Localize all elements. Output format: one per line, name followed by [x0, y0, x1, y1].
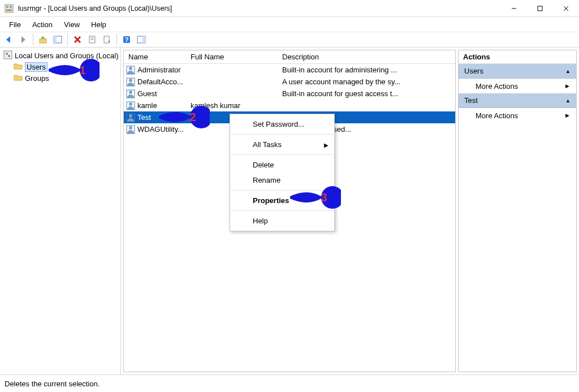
svg-rect-13 — [54, 36, 57, 43]
collapse-icon: ▲ — [565, 98, 571, 104]
status-text: Deletes the current selection. — [5, 380, 100, 388]
svg-rect-19 — [104, 36, 109, 43]
user-icon — [126, 89, 135, 98]
export-list-button[interactable] — [101, 33, 113, 46]
collapse-icon: ▲ — [565, 68, 571, 74]
user-row[interactable]: GuestBuilt-in account for guest access t… — [124, 88, 455, 100]
user-row[interactable]: AdministratorBuilt-in account for admini… — [124, 64, 455, 76]
chevron-right-icon: ▶ — [565, 83, 569, 89]
chevron-right-icon: ▶ — [565, 113, 569, 118]
tree-root-label: Local Users and Groups (Local) — [15, 51, 119, 60]
svg-marker-8 — [6, 36, 10, 43]
svg-marker-11 — [41, 36, 45, 38]
properties-button[interactable] — [86, 33, 98, 46]
maximize-button[interactable] — [527, 0, 553, 17]
show-hide-console-tree-button[interactable] — [51, 33, 64, 46]
user-icon — [126, 66, 135, 75]
folder-icon — [14, 62, 23, 72]
menubar: File Action View Help — [0, 17, 579, 32]
svg-text:?: ? — [125, 36, 129, 43]
user-icon — [126, 113, 135, 122]
tree-users-label: Users — [25, 62, 47, 72]
forward-button[interactable] — [17, 33, 29, 46]
tree-item-groups[interactable]: Groups — [1, 72, 119, 84]
user-icon — [126, 77, 135, 87]
user-name: Administrator — [137, 66, 181, 74]
col-name[interactable]: Name — [124, 53, 186, 61]
svg-point-26 — [6, 53, 8, 55]
user-name: kamle — [137, 101, 157, 110]
user-name: DefaultAcco... — [137, 77, 183, 86]
col-description[interactable]: Description — [278, 53, 455, 61]
actions-section-test[interactable]: Test ▲ — [459, 93, 576, 108]
svg-rect-2 — [10, 6, 12, 8]
actions-section-users[interactable]: Users ▲ — [459, 64, 576, 79]
user-icon — [126, 125, 135, 134]
ctx-delete[interactable]: Delete — [230, 157, 334, 173]
window-title: lusrmgr - [Local Users and Groups (Local… — [18, 5, 172, 12]
back-button[interactable] — [2, 33, 15, 46]
svg-point-32 — [129, 91, 132, 94]
ctx-properties[interactable]: Properties — [230, 193, 334, 208]
tree-item-users[interactable]: Users — [1, 61, 119, 72]
actions-header: Actions — [459, 50, 576, 64]
user-description: Built-in account for administering ... — [278, 66, 455, 74]
svg-rect-1 — [6, 6, 8, 8]
show-hide-action-pane-button[interactable] — [135, 33, 148, 46]
user-fullname: kamlesh kumar — [186, 101, 278, 110]
app-icon — [5, 4, 14, 13]
ctx-sep — [231, 210, 334, 211]
col-fullname[interactable]: Full Name — [186, 53, 278, 61]
svg-rect-24 — [142, 36, 145, 43]
svg-point-38 — [129, 126, 132, 130]
user-name: WDAGUtility... — [137, 125, 184, 133]
tree-pane: Local Users and Groups (Local) Users Gro… — [0, 48, 121, 374]
menu-action[interactable]: Action — [28, 19, 57, 30]
svg-rect-5 — [538, 6, 542, 11]
delete-button[interactable] — [71, 33, 84, 46]
statusbar: Deletes the current selection. — [0, 375, 579, 392]
chevron-right-icon: ▶ — [324, 141, 329, 148]
tree-root[interactable]: Local Users and Groups (Local) — [1, 50, 119, 61]
minimize-button[interactable] — [501, 0, 527, 17]
svg-point-27 — [8, 55, 10, 57]
ctx-all-tasks-label: All Tasks — [253, 140, 282, 149]
column-headers: Name Full Name Description — [124, 50, 455, 64]
actions-users-more[interactable]: More Actions ▶ — [459, 79, 576, 93]
ctx-sep — [231, 134, 334, 135]
list-pane: Name Full Name Description Administrator… — [123, 50, 456, 372]
folder-icon — [14, 73, 23, 84]
actions-test-more[interactable]: More Actions ▶ — [459, 108, 576, 123]
up-button[interactable] — [37, 33, 49, 46]
actions-more-label: More Actions — [476, 82, 518, 91]
svg-point-34 — [129, 102, 132, 106]
ctx-sep — [231, 190, 334, 191]
svg-rect-3 — [6, 9, 12, 11]
svg-rect-10 — [40, 39, 46, 43]
toolbar: ? — [0, 32, 579, 48]
actions-more-label: More Actions — [476, 111, 518, 120]
actions-section-users-label: Users — [464, 67, 483, 75]
user-icon — [126, 101, 135, 110]
user-name: Test — [137, 113, 151, 122]
menu-view[interactable]: View — [59, 19, 84, 30]
ctx-help[interactable]: Help — [230, 213, 334, 229]
user-description: Built-in account for guest access t... — [278, 89, 455, 98]
user-row[interactable]: kamlekamlesh kumar — [124, 100, 455, 111]
ctx-all-tasks[interactable]: All Tasks ▶ — [230, 137, 334, 152]
menu-help[interactable]: Help — [87, 19, 111, 30]
actions-section-test-label: Test — [464, 96, 478, 105]
tree-groups-label: Groups — [25, 74, 49, 83]
svg-point-28 — [129, 67, 132, 70]
svg-point-30 — [129, 79, 132, 82]
menu-file[interactable]: File — [5, 19, 25, 30]
titlebar: lusrmgr - [Local Users and Groups (Local… — [0, 0, 579, 17]
close-button[interactable] — [553, 0, 579, 17]
ctx-rename[interactable]: Rename — [230, 173, 334, 188]
user-row[interactable]: DefaultAcco...A user account managed by … — [124, 76, 455, 88]
ctx-set-password[interactable]: Set Password... — [230, 117, 334, 132]
ctx-sep — [231, 154, 334, 155]
user-description: A user account managed by the sy... — [278, 77, 455, 86]
help-button[interactable]: ? — [120, 33, 133, 46]
user-name: Guest — [137, 89, 157, 98]
